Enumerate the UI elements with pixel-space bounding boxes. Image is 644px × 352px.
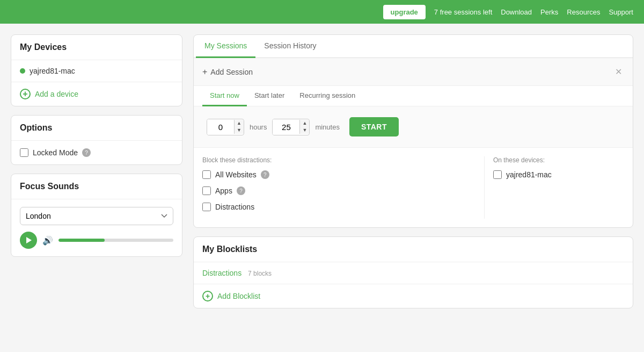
support-link[interactable]: Support: [609, 8, 633, 16]
download-link[interactable]: Download: [501, 8, 532, 16]
hours-input[interactable]: [207, 119, 234, 135]
start-button[interactable]: START: [349, 117, 399, 137]
minutes-down-button[interactable]: ▼: [300, 127, 309, 134]
device-online-dot: [20, 68, 25, 74]
add-session-label[interactable]: + Add Session: [202, 67, 253, 77]
all-websites-label: All Websites: [215, 170, 257, 179]
hours-spinners: ▲ ▼: [234, 120, 244, 134]
tab-start-later[interactable]: Start later: [247, 86, 292, 106]
block-panel: Block these distractions: All Websites ?…: [194, 148, 633, 227]
devices-title: My Devices: [11, 35, 182, 60]
add-session-row: + Add Session ✕: [194, 58, 633, 86]
blocklists-title: My Blocklists: [194, 237, 633, 262]
block-right: On these devices: yajred81-mac: [485, 156, 624, 219]
tab-recurring-session[interactable]: Recurring session: [292, 86, 363, 106]
add-device-icon: +: [20, 89, 31, 99]
hours-down-button[interactable]: ▼: [235, 127, 244, 134]
all-websites-checkbox[interactable]: [202, 170, 211, 179]
focus-sounds-title: Focus Sounds: [11, 174, 182, 199]
distractions-row: Distractions: [202, 203, 475, 211]
add-device-row[interactable]: + Add a device: [11, 82, 182, 106]
topbar: upgrade 7 free sessions left Download Pe…: [0, 0, 644, 24]
play-button[interactable]: [20, 232, 37, 249]
sound-select[interactable]: London Rain Forest Cafe White Noise: [20, 207, 173, 225]
add-session-plus-icon: +: [202, 67, 207, 77]
close-button[interactable]: ✕: [613, 64, 624, 79]
tab-start-now[interactable]: Start now: [202, 86, 247, 106]
on-devices-title: On these devices:: [493, 156, 624, 164]
perks-link[interactable]: Perks: [540, 8, 558, 16]
blocklist-item-left: Distractions 7 blocks: [202, 269, 272, 277]
tab-my-sessions[interactable]: My Sessions: [196, 35, 255, 58]
apps-label: Apps: [215, 186, 232, 195]
device-checkbox[interactable]: [493, 170, 502, 179]
distractions-checkbox[interactable]: [202, 203, 211, 211]
sidebar: My Devices yajred81-mac + Add a device O…: [11, 34, 182, 308]
add-blocklist-label[interactable]: Add Blocklist: [217, 292, 260, 300]
add-device-label[interactable]: Add a device: [35, 90, 78, 98]
time-tabs: Start now Start later Recurring session: [194, 86, 633, 106]
add-blocklist-row[interactable]: + Add Blocklist: [194, 284, 633, 308]
focus-sounds-body: London Rain Forest Cafe White Noise 🔊: [11, 199, 182, 256]
minutes-up-button[interactable]: ▲: [300, 120, 309, 127]
all-websites-row: All Websites ?: [202, 170, 475, 179]
sessions-tabs: My Sessions Session History: [194, 35, 633, 58]
tab-session-history[interactable]: Session History: [255, 35, 325, 58]
right-panel: My Sessions Session History + Add Sessio…: [193, 34, 633, 308]
apps-checkbox[interactable]: [202, 186, 211, 195]
minutes-input[interactable]: [273, 119, 299, 135]
hours-up-button[interactable]: ▲: [235, 120, 244, 127]
apps-help-icon[interactable]: ?: [237, 186, 245, 195]
hours-input-group: ▲ ▼: [207, 119, 244, 135]
locked-mode-checkbox[interactable]: [20, 148, 28, 157]
device-name: yajred81-mac: [30, 67, 75, 75]
sessions-left-text: 7 free sessions left: [434, 8, 492, 16]
devices-card: My Devices yajred81-mac + Add a device: [11, 34, 182, 106]
focus-sounds-card: Focus Sounds London Rain Forest Cafe Whi…: [11, 174, 182, 257]
block-left: Block these distractions: All Websites ?…: [202, 156, 485, 219]
minutes-label: minutes: [315, 123, 340, 131]
volume-icon[interactable]: 🔊: [42, 235, 53, 246]
locked-mode-help-icon[interactable]: ?: [82, 148, 91, 157]
locked-mode-row: Locked Mode ?: [20, 148, 173, 157]
sessions-card: My Sessions Session History + Add Sessio…: [193, 34, 633, 228]
all-websites-help-icon[interactable]: ?: [261, 170, 269, 179]
blocklist-name[interactable]: Distractions: [202, 269, 241, 277]
options-title: Options: [11, 116, 182, 141]
block-distractions-title: Block these distractions:: [202, 156, 475, 164]
device-item: yajred81-mac: [11, 60, 182, 82]
options-card: Options Locked Mode ?: [11, 115, 182, 165]
device-checkbox-row: yajred81-mac: [493, 170, 624, 179]
locked-mode-label: Locked Mode: [33, 148, 78, 157]
blocklist-item: Distractions 7 blocks: [194, 262, 633, 284]
upgrade-button[interactable]: upgrade: [383, 5, 426, 19]
timer-row: ▲ ▼ hours ▲ ▼ minutes START: [194, 106, 633, 148]
hours-label: hours: [250, 123, 267, 131]
distractions-label: Distractions: [215, 203, 254, 211]
play-icon: [26, 237, 32, 243]
add-session-text[interactable]: Add Session: [210, 68, 253, 76]
apps-row: Apps ?: [202, 186, 475, 195]
minutes-spinners: ▲ ▼: [299, 120, 309, 134]
sound-controls: 🔊: [20, 232, 173, 249]
options-body: Locked Mode ?: [11, 141, 182, 164]
resources-link[interactable]: Resources: [567, 8, 600, 16]
blocklists-card: My Blocklists Distractions 7 blocks + Ad…: [193, 236, 633, 308]
volume-bar[interactable]: [58, 239, 173, 242]
add-blocklist-icon: +: [202, 291, 213, 301]
minutes-input-group: ▲ ▼: [272, 119, 310, 135]
blocklist-count: 7 blocks: [248, 270, 272, 277]
main-layout: My Devices yajred81-mac + Add a device O…: [0, 24, 644, 319]
device-checkbox-label: yajred81-mac: [506, 170, 552, 179]
volume-fill: [58, 239, 105, 242]
